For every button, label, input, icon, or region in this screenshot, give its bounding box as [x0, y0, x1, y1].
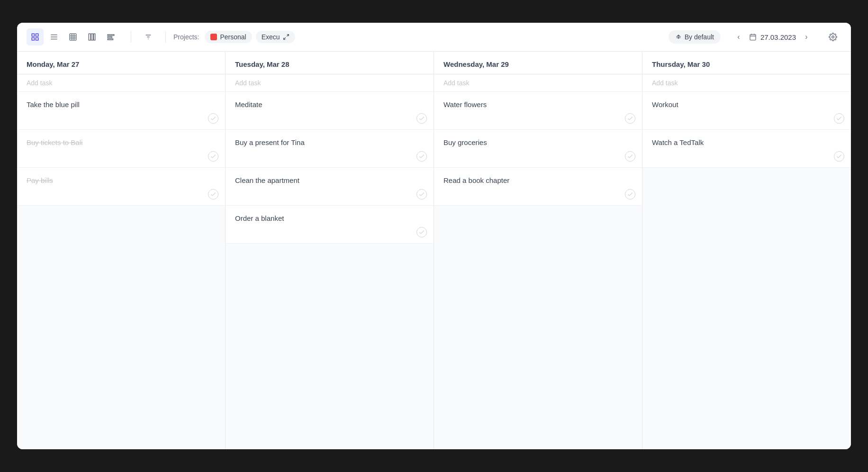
task-card[interactable]: Workout [642, 92, 851, 130]
prev-date-button[interactable]: ‹ [732, 30, 745, 44]
svg-rect-13 [91, 34, 93, 40]
task-check-button[interactable] [625, 189, 635, 200]
header-tuesday: Tuesday, Mar 28 [226, 52, 434, 74]
date-navigation: ‹ 27.03.2023 › [732, 30, 813, 44]
sort-label: By default [685, 33, 714, 41]
check-icon [210, 191, 217, 198]
filter-icon [145, 33, 152, 41]
task-check-button[interactable] [416, 189, 427, 200]
empty-thursday [642, 168, 851, 449]
view-board-button[interactable] [83, 28, 100, 45]
project-name: Personal [220, 33, 246, 41]
svg-rect-14 [94, 34, 95, 40]
add-task-wednesday[interactable]: Add task [434, 74, 642, 92]
task-title: Water flowers [443, 100, 633, 109]
task-card[interactable]: Take the blue pill [17, 92, 225, 130]
task-title: Read a book chapter [443, 175, 633, 185]
view-grid-button[interactable] [27, 28, 44, 45]
project-color-dot [210, 34, 217, 40]
check-icon [418, 191, 425, 198]
task-title: Watch a TedTalk [652, 137, 841, 147]
column-wednesday: Wednesday, Mar 29Add taskWater flowersBu… [434, 52, 642, 449]
empty-wednesday [434, 206, 642, 449]
task-card[interactable]: Water flowers [434, 92, 642, 130]
settings-button[interactable] [824, 28, 841, 45]
task-check-button[interactable] [208, 189, 218, 200]
empty-tuesday [226, 244, 434, 449]
task-check-button[interactable] [625, 113, 635, 124]
svg-point-29 [832, 36, 834, 38]
svg-rect-7 [70, 34, 76, 40]
task-check-button[interactable] [416, 227, 427, 237]
check-icon [627, 191, 633, 198]
task-check-button[interactable] [208, 113, 218, 124]
svg-line-21 [287, 35, 289, 36]
task-card[interactable]: Meditate [226, 92, 434, 130]
check-icon [210, 153, 217, 160]
svg-rect-17 [108, 39, 113, 40]
task-card[interactable]: Buy groceries [434, 130, 642, 168]
check-icon [210, 115, 217, 122]
task-check-button[interactable] [416, 151, 427, 162]
task-check-button[interactable] [834, 151, 844, 162]
add-task-monday[interactable]: Add task [17, 74, 225, 92]
header-monday: Monday, Mar 27 [17, 52, 225, 74]
view-list-button[interactable] [45, 28, 63, 45]
empty-monday [17, 206, 225, 449]
task-card[interactable]: Order a blanket [226, 206, 434, 244]
filter-button[interactable] [139, 30, 158, 44]
add-task-thursday[interactable]: Add task [642, 74, 851, 92]
check-icon [418, 229, 425, 236]
calendar-icon [749, 33, 757, 41]
view-timeline-button[interactable] [102, 28, 119, 45]
svg-rect-25 [750, 35, 756, 40]
task-title: Buy tickets to Bali [27, 137, 216, 147]
projects-label: Projects: [173, 33, 199, 41]
task-title: Workout [652, 100, 841, 109]
task-title: Buy a present for Tina [235, 137, 424, 147]
task-card[interactable]: Read a book chapter [434, 168, 642, 206]
svg-rect-1 [36, 34, 38, 36]
date-display: 27.03.2023 [749, 33, 796, 41]
check-icon [627, 153, 633, 160]
column-monday: Monday, Mar 27Add taskTake the blue pill… [17, 52, 226, 449]
task-card[interactable]: Buy tickets to Bali [17, 130, 225, 168]
add-task-tuesday[interactable]: Add task [226, 74, 434, 92]
header-thursday: Thursday, Mar 30 [642, 52, 851, 74]
svg-rect-3 [36, 38, 38, 40]
check-icon [836, 153, 842, 160]
task-card[interactable]: Watch a TedTalk [642, 130, 851, 168]
task-card[interactable]: Buy a present for Tina [226, 130, 434, 168]
execute-label: Execu [262, 33, 280, 41]
current-date: 27.03.2023 [760, 33, 796, 41]
divider-1 [131, 31, 131, 43]
column-thursday: Thursday, Mar 30Add taskWorkoutWatch a T… [642, 52, 851, 449]
view-switcher [27, 28, 119, 45]
sort-button[interactable]: By default [669, 30, 721, 44]
svg-rect-15 [108, 35, 114, 36]
svg-rect-0 [32, 34, 34, 36]
task-title: Take the blue pill [27, 100, 216, 109]
check-icon [627, 115, 633, 122]
task-card[interactable]: Pay bills [17, 168, 225, 206]
toolbar: Projects: Personal Execu By default ‹ [17, 23, 851, 52]
svg-rect-12 [89, 34, 90, 40]
task-title: Order a blanket [235, 213, 424, 223]
divider-2 [165, 31, 166, 43]
task-check-button[interactable] [416, 113, 427, 124]
check-icon [418, 115, 425, 122]
task-check-button[interactable] [208, 151, 218, 162]
task-card[interactable]: Clean the apartment [226, 168, 434, 206]
execute-mode-button[interactable]: Execu [256, 31, 295, 43]
task-check-button[interactable] [834, 113, 844, 124]
task-check-button[interactable] [625, 151, 635, 162]
gear-icon [829, 33, 837, 41]
task-title: Buy groceries [443, 137, 633, 147]
view-table-button[interactable] [64, 28, 81, 45]
task-title: Clean the apartment [235, 175, 424, 185]
column-tuesday: Tuesday, Mar 28Add taskMeditateBuy a pre… [226, 52, 434, 449]
svg-line-22 [283, 37, 285, 39]
next-date-button[interactable]: › [800, 30, 813, 44]
project-selector[interactable]: Personal [205, 31, 252, 43]
task-title: Meditate [235, 100, 424, 109]
